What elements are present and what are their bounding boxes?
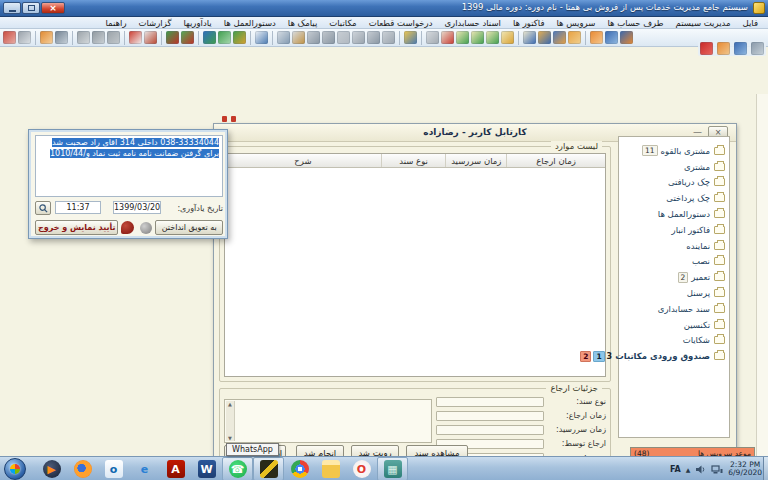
menu-item[interactable]: پیامک ها [282,18,323,28]
users-orange-icon[interactable] [717,42,730,55]
word-icon[interactable]: W [191,457,222,480]
clock[interactable]: 2:32 PM 6/9/2020 [728,461,762,478]
postpone-button[interactable]: به تعویق انداختن [155,220,223,235]
doc-export-icon[interactable] [277,31,290,44]
reminder-time-input[interactable] [55,201,101,214]
doc-import-icon[interactable] [292,31,305,44]
note-add-icon[interactable] [456,31,469,44]
mail-gray-icon[interactable] [426,31,439,44]
folder-search-icon[interactable] [404,31,417,44]
maximize-button[interactable] [22,2,40,14]
tree-item[interactable]: چک پرداختی [619,190,729,206]
power-icon[interactable] [700,42,713,55]
menu-item[interactable]: راهنما [100,18,133,28]
people-orange-icon[interactable] [590,31,603,44]
chrome-icon[interactable] [284,457,315,480]
bihamta-app-icon[interactable] [253,457,284,480]
scroll-up-icon[interactable]: ▲ [228,401,232,407]
tree-item[interactable]: چک دریافتی [619,175,729,191]
show-desktop-button[interactable] [763,457,768,480]
mail-red-icon[interactable] [441,31,454,44]
invoice-blue-icon[interactable] [523,31,536,44]
acrobat-icon[interactable]: A [160,457,191,480]
monitor-sync-icon[interactable] [218,31,231,44]
menu-item[interactable]: یادآوریها [177,18,217,28]
monitor-user-icon[interactable] [203,31,216,44]
confirm-show-exit-button[interactable]: تأیید نمایش و خروج [35,220,118,235]
outlook-icon[interactable]: o [98,457,129,480]
table-column-header[interactable]: زمان ارجاع [506,154,605,167]
close-button[interactable]: × [41,2,65,14]
invoice-cart-icon[interactable] [553,31,566,44]
people-pair-icon[interactable] [620,31,633,44]
note-remove-icon[interactable] [471,31,484,44]
menu-item[interactable]: مکاتبات [323,18,362,28]
menu-item[interactable]: اسناد حسابداری [438,18,507,28]
machine-remove-icon[interactable] [107,31,120,44]
hardhat-white-icon[interactable] [144,31,157,44]
people-blue-icon[interactable] [605,31,618,44]
note-money-icon[interactable] [486,31,499,44]
menu-item[interactable]: دستورالعمل ها [218,18,282,28]
handtruck-icon[interactable] [382,31,395,44]
tree-item[interactable]: دستورالعمل ها [619,206,729,222]
internet-explorer-icon[interactable]: e [129,457,160,480]
tree-item[interactable]: تکنسین [619,317,729,333]
network-icon[interactable] [711,464,723,475]
opera-icon[interactable]: O [346,457,377,480]
monitor-remove-alt-icon[interactable] [181,31,194,44]
menu-item[interactable]: فاکتور ها [507,18,551,28]
crate-icon[interactable] [352,31,365,44]
menu-item[interactable]: طرف حساب ها [601,18,669,28]
tree-item[interactable]: مشتری بالقوه 11 [619,143,729,159]
tree-item[interactable]: سند حسابداری [619,301,729,317]
truck-icon[interactable] [307,31,320,44]
menu-item[interactable]: سرویس ها [550,18,601,28]
database-icon[interactable] [751,42,764,55]
start-button[interactable] [4,458,26,480]
detail-field-input[interactable] [436,411,544,421]
forklift-icon[interactable] [337,31,350,44]
reminder-date-input[interactable] [113,201,161,214]
cargo-icon[interactable] [367,31,380,44]
person-slate-icon[interactable] [55,31,68,44]
tree-item[interactable]: صندوق ورودی مکاتبات 3 1 2 [619,348,729,364]
truck-alt-icon[interactable] [322,31,335,44]
table-column-header[interactable]: نوع سند [381,154,446,167]
machine-icon[interactable] [77,31,90,44]
menu-item[interactable]: درخواست قطعات [363,18,439,28]
tree-item[interactable]: شکایات [619,333,729,349]
person-orange-icon[interactable] [40,31,53,44]
scroll-down-icon[interactable]: ▼ [228,435,232,441]
firefox-icon[interactable] [67,457,98,480]
minimize-button[interactable] [3,2,21,14]
person-gray-icon[interactable] [18,31,31,44]
note-yellow-icon[interactable] [501,31,514,44]
reminder-textbox[interactable]: 038-33334044 داخلی 314 اقای راد صحبت شد … [35,135,223,197]
hardhat-red-icon[interactable] [129,31,142,44]
detail-description-box[interactable]: ▲▼ [224,399,432,443]
monitor-remove-icon[interactable] [166,31,179,44]
menu-item[interactable]: مدیریت سیستم [670,18,737,28]
document-search-icon[interactable] [255,31,268,44]
detail-field-input[interactable] [436,425,544,435]
hidden-icons-button[interactable]: ▲ [686,466,691,473]
search-button[interactable] [35,201,51,215]
tree-item[interactable]: نصب [619,254,729,270]
person-red-icon[interactable] [3,31,16,44]
tree-item[interactable]: نماینده [619,238,729,254]
tree-item[interactable]: مشتری [619,159,729,175]
user-blue-icon[interactable] [734,42,747,55]
tree-item[interactable]: فاکتور انبار [619,222,729,238]
table-column-header[interactable]: زمان سررسید [445,154,506,167]
machine-move-icon[interactable] [92,31,105,44]
invoice-person-icon[interactable] [568,31,581,44]
menu-item[interactable]: فایل [737,18,764,28]
tree-item[interactable]: پرسنل [619,285,729,301]
monitor-package-icon[interactable] [233,31,246,44]
table-column-header[interactable]: شرح [225,154,381,167]
tree-item[interactable]: تعمیر 2 [619,269,729,285]
media-player-icon[interactable]: ▶ [36,457,67,480]
volume-icon[interactable] [695,464,706,475]
file-explorer-icon[interactable] [315,457,346,480]
